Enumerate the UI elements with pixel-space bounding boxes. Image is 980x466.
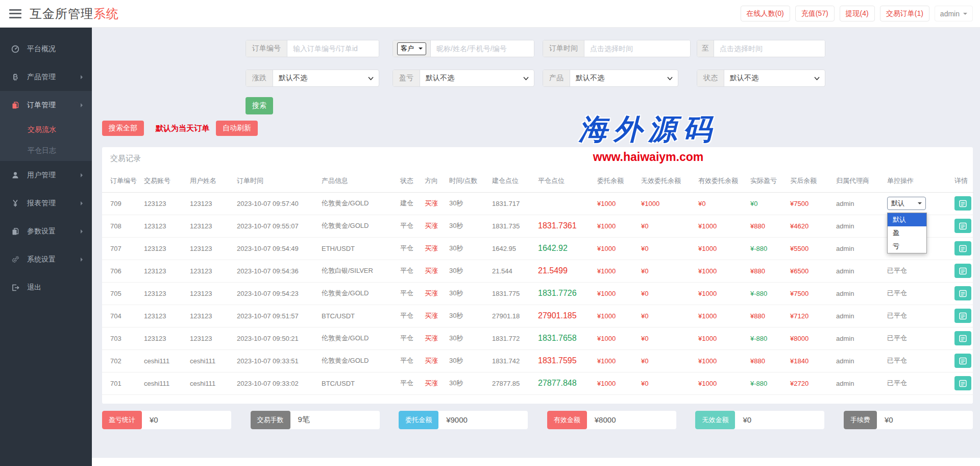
detail-icon	[959, 222, 967, 230]
cell-duration: 30秒	[445, 282, 488, 305]
sidebar-item-system-settings[interactable]: 系统设置	[0, 245, 92, 273]
cell-open-point: 27901.18	[488, 305, 534, 327]
detail-button[interactable]	[954, 376, 971, 390]
updown-select[interactable]: 默认不选	[273, 70, 368, 86]
cell-actual-profit: ¥-880	[746, 282, 786, 305]
col-valid-entrust: 有效委托余额	[694, 170, 746, 192]
sidebar-item-logout[interactable]: 退出	[0, 273, 92, 301]
sidebar-item-report-management[interactable]: 报表管理	[0, 189, 92, 217]
cell-product: BTC/USDT	[317, 372, 396, 394]
col-detail: 详情	[950, 170, 974, 192]
detail-icon	[959, 290, 967, 297]
sidebar-item-label: 平台概况	[27, 44, 56, 54]
cell-account: 123123	[140, 215, 186, 237]
sidebar-subitem-close-log[interactable]: 平仓日志	[0, 140, 92, 161]
cell-open-point: 1642.95	[488, 237, 534, 260]
cell-direction: 买涨	[421, 260, 445, 282]
recharge-count-button[interactable]: 充值(57)	[795, 6, 835, 21]
cell-detail	[950, 192, 974, 215]
chevron-right-icon	[81, 103, 85, 107]
sidebar-item-parameter-settings[interactable]: 参数设置	[0, 217, 92, 245]
col-username: 用户姓名	[186, 170, 233, 192]
detail-button[interactable]	[954, 219, 971, 233]
detail-button[interactable]	[954, 264, 971, 278]
summary-label: 盈亏统计	[102, 411, 142, 429]
cell-entrust-balance: ¥1000	[593, 327, 637, 350]
customer-input[interactable]	[431, 40, 534, 57]
detail-button[interactable]	[954, 286, 971, 300]
cell-direction: 买涨	[421, 192, 445, 215]
cell-control: 已平仓	[883, 350, 950, 372]
cell-username: ceshi111	[186, 350, 233, 372]
time-from-group: 订单时间	[543, 40, 691, 57]
auto-refresh-button[interactable]: 自动刷新	[216, 121, 258, 136]
cell-after-balance: ¥4620	[786, 215, 832, 237]
table-row: 7041231231231232023-10-07 09:51:57BTC/US…	[102, 305, 974, 327]
control-select[interactable]: 默认默认盈亏	[887, 197, 926, 210]
cell-valid-entrust: ¥1000	[694, 372, 746, 394]
detail-icon	[959, 335, 967, 342]
updown-filter-group: 涨跌 默认不选	[246, 69, 379, 87]
withdraw-count-button[interactable]: 提现(4)	[840, 6, 875, 21]
table-row: 702ceshi111ceshi1112023-10-07 09:33:51伦敦…	[102, 350, 974, 372]
col-product: 产品信息	[317, 170, 396, 192]
detail-button[interactable]	[954, 354, 971, 368]
order-no-filter-group: 订单编号	[246, 40, 379, 57]
col-order-time: 订单时间	[233, 170, 317, 192]
menu-toggle-icon[interactable]	[9, 9, 21, 18]
col-invalid-entrust: 无效委托余额	[637, 170, 694, 192]
customer-type-select[interactable]: 客户	[397, 42, 426, 55]
cell-agent: admin	[832, 350, 883, 372]
product-select[interactable]: 默认不选	[570, 70, 667, 86]
search-button[interactable]: 搜索	[246, 97, 273, 114]
cell-status: 平仓	[396, 305, 421, 327]
detail-button[interactable]	[954, 196, 971, 211]
cell-detail	[950, 260, 974, 282]
control-option[interactable]: 默认	[888, 213, 926, 226]
detail-button[interactable]	[954, 241, 971, 255]
cell-entrust-balance: ¥1000	[593, 192, 637, 215]
cell-product: 伦敦黄金/GOLD	[317, 215, 396, 237]
cell-entrust-balance: ¥1000	[593, 260, 637, 282]
sidebar-subitem-trade-flow[interactable]: 交易流水	[0, 119, 92, 140]
col-entrust-balance: 委托余额	[593, 170, 637, 192]
order-no-input[interactable]	[287, 40, 379, 57]
cell-entrust-balance: ¥1000	[593, 215, 637, 237]
app-title-accent: 系统	[93, 7, 119, 20]
user-menu[interactable]: admin	[935, 6, 973, 21]
sidebar-item-user-management[interactable]: 用户管理	[0, 161, 92, 189]
online-count-button[interactable]: 在线人数(0)	[741, 6, 790, 21]
sidebar-item-platform-overview[interactable]: 平台概况	[0, 35, 92, 63]
detail-button[interactable]	[954, 309, 971, 323]
cell-control: 已平仓	[883, 282, 950, 305]
cell-after-balance: ¥6500	[786, 260, 832, 282]
search-all-button[interactable]: 搜索全部	[102, 121, 144, 136]
profit-select[interactable]: 默认不选	[420, 70, 523, 86]
dashboard-icon	[11, 45, 21, 53]
detail-button[interactable]	[954, 331, 971, 345]
cell-status: 平仓	[396, 282, 421, 305]
cell-agent: admin	[832, 192, 883, 215]
cell-duration: 30秒	[445, 237, 488, 260]
cell-actual-profit: ¥-880	[746, 327, 786, 350]
summary-label: 无效金额	[695, 411, 735, 429]
cell-close-point: 1831.7726	[534, 282, 593, 305]
time-to-input[interactable]	[714, 40, 825, 57]
control-option[interactable]: 盈	[888, 226, 926, 240]
cell-detail	[950, 215, 974, 237]
sidebar-item-order-management[interactable]: 订单管理	[0, 91, 92, 119]
control-option[interactable]: 亏	[888, 240, 926, 253]
cell-account: ceshi111	[140, 372, 186, 394]
cell-username: 123123	[186, 192, 233, 215]
to-label: 至	[697, 40, 714, 57]
status-select[interactable]: 默认不选	[724, 70, 814, 86]
trade-order-count-button[interactable]: 交易订单(1)	[880, 6, 929, 21]
user-icon	[11, 171, 21, 179]
sidebar-item-product-management[interactable]: 产品管理	[0, 63, 92, 91]
cell-open-point: 1831.775	[488, 282, 534, 305]
cell-order-time: 2023-10-07 09:55:07	[233, 215, 317, 237]
cell-duration: 30秒	[445, 350, 488, 372]
time-from-input[interactable]	[584, 40, 690, 57]
cell-account: 123123	[140, 237, 186, 260]
cell-control: 默认默认盈亏	[883, 192, 950, 215]
